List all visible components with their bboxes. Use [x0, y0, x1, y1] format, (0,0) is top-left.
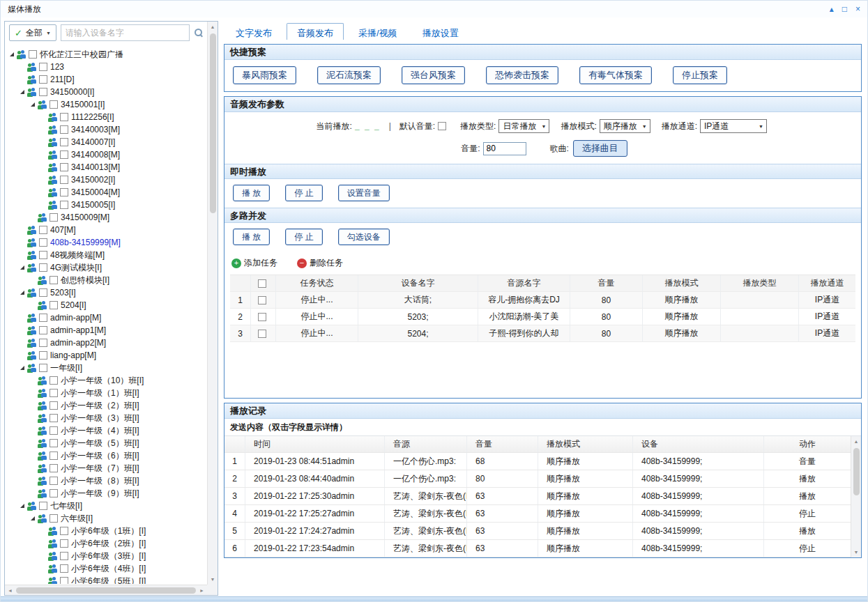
tree-checkbox[interactable]	[50, 213, 58, 222]
tree-checkbox[interactable]	[50, 301, 58, 309]
task-row-checkbox[interactable]	[258, 313, 266, 321]
tab-1[interactable]: 文字发布	[225, 23, 282, 40]
tree-item[interactable]: 4G测试模块[I]	[5, 261, 206, 274]
add-task-link[interactable]: + 添加任务	[231, 257, 277, 269]
tree-checkbox[interactable]	[50, 452, 58, 460]
tree-item[interactable]: 小学一年级（8）班[I]	[5, 474, 206, 487]
tree-checkbox[interactable]	[50, 376, 58, 385]
scrollbar-thumb[interactable]	[16, 587, 196, 594]
tree-item[interactable]: 小学一年级（3）班[I]	[5, 412, 206, 424]
tree-item[interactable]: 小学6年级（5班）[I]	[5, 575, 206, 584]
scroll-up-icon[interactable]: ▲	[851, 436, 861, 447]
tree-checkbox[interactable]	[39, 364, 47, 372]
task-row[interactable]: 1停止中...大话筒;容儿-拥抱你离去DJ80顺序播放IP通道	[230, 292, 855, 309]
select-all-checkbox[interactable]	[258, 279, 266, 288]
tree-checkbox[interactable]	[50, 489, 58, 497]
tree-checkbox[interactable]	[60, 564, 68, 573]
tree-item[interactable]: 七年级[I]	[5, 500, 206, 512]
tree-item[interactable]: admin-app1[M]	[5, 324, 206, 337]
expander-icon[interactable]	[29, 101, 37, 109]
tree-item[interactable]: 407[M]	[5, 224, 206, 236]
sidebar-horizontal-scrollbar[interactable]: ◄ ►	[5, 585, 207, 595]
volume-input[interactable]	[483, 142, 526, 155]
tree-checkbox[interactable]	[60, 188, 68, 196]
multi-stop-button[interactable]: 停 止	[285, 229, 322, 245]
tree-checkbox[interactable]	[50, 514, 58, 523]
tree-item[interactable]: 34150000[I]	[5, 86, 206, 98]
search-icon[interactable]	[194, 28, 204, 38]
play-type-select[interactable]: 日常播放 ▼	[498, 119, 549, 133]
preset-button-4[interactable]: 恐怖袭击预案	[486, 66, 558, 84]
collapse-icon[interactable]: ▴	[830, 5, 834, 13]
tree-checkbox[interactable]	[50, 389, 58, 397]
tree-item[interactable]: 六年级[I]	[5, 512, 206, 525]
expander-icon[interactable]	[19, 289, 26, 297]
tree-item[interactable]: 小学6年级（1班）[I]	[5, 525, 206, 537]
task-row[interactable]: 3停止中...5204;子熙-得到你的人却80顺序播放IP通道	[230, 325, 855, 342]
set-volume-button[interactable]: 设置音量	[338, 185, 390, 201]
tree-checkbox[interactable]	[39, 263, 47, 272]
tree-checkbox[interactable]	[39, 326, 47, 334]
tree-item[interactable]: 小学一年级（6）班[I]	[5, 449, 206, 462]
tree-checkbox[interactable]	[39, 314, 47, 322]
tree-checkbox[interactable]	[39, 351, 47, 360]
tree-item[interactable]: 11122256[I]	[5, 111, 206, 123]
tree-item[interactable]: 123	[5, 61, 206, 73]
tree-item[interactable]: 小学一年级（5）班[I]	[5, 437, 206, 449]
tree-item[interactable]: 小学一年级（2）班[I]	[5, 399, 206, 412]
tree-checkbox[interactable]	[39, 288, 47, 297]
expander-icon[interactable]	[19, 88, 26, 96]
tree-checkbox[interactable]	[39, 339, 47, 347]
record-row[interactable]: 42019-01-22 17:25:27admin艺涛、梁剑东-夜色(D.63顺…	[224, 505, 851, 523]
tree-item[interactable]: 34140003[M]	[5, 123, 206, 136]
tree-item[interactable]: 34140008[M]	[5, 148, 206, 161]
select-devices-button[interactable]: 勾选设备	[338, 229, 390, 245]
tree-checkbox[interactable]	[60, 125, 68, 134]
record-row[interactable]: 32019-01-22 17:25:30admin艺涛、梁剑东-夜色(D.63顺…	[224, 488, 851, 505]
tree-checkbox[interactable]	[50, 477, 58, 485]
tree-checkbox[interactable]	[60, 150, 68, 159]
play-channel-select[interactable]: IP通道 ▼	[700, 119, 767, 133]
expander-icon[interactable]	[29, 515, 37, 523]
expander-icon[interactable]	[19, 502, 26, 510]
scrollbar-thumb[interactable]	[853, 448, 860, 495]
tree-item[interactable]: 34150004[M]	[5, 186, 206, 199]
tree-checkbox[interactable]	[29, 50, 37, 59]
expander-icon[interactable]	[19, 264, 26, 272]
tree-item[interactable]: 怀化芷江三中校园广播	[5, 48, 206, 61]
tree-item[interactable]: 34150009[M]	[5, 211, 206, 224]
tree-item[interactable]: 34140013[M]	[5, 161, 206, 173]
tree-item[interactable]: 408b-34159999[M]	[5, 236, 206, 249]
tree-checkbox[interactable]	[60, 113, 68, 121]
sidebar-vertical-scrollbar[interactable]: ▲ ▼	[207, 22, 218, 585]
tree-item[interactable]: 48视频终端[M]	[5, 249, 206, 261]
default-volume-checkbox[interactable]	[438, 122, 446, 130]
tree-item[interactable]: 5203[I]	[5, 286, 206, 299]
tree-item[interactable]: 34150002[I]	[5, 173, 206, 186]
tree-checkbox[interactable]	[39, 238, 47, 247]
tree-checkbox[interactable]	[60, 201, 68, 209]
delete-task-link[interactable]: − 删除任务	[297, 257, 343, 269]
record-row[interactable]: 22019-01-23 08:44:40admin一亿个伤心.mp3:80顺序播…	[224, 470, 851, 488]
tree-item[interactable]: 一年级[I]	[5, 362, 206, 374]
tree-item[interactable]: 34140007[I]	[5, 136, 206, 148]
tree-item[interactable]: 小学6年级（2班）[I]	[5, 537, 206, 550]
expander-icon[interactable]	[19, 364, 26, 372]
tree-item[interactable]: 小学一年级（4）班[I]	[5, 424, 206, 437]
tree-checkbox[interactable]	[50, 464, 58, 472]
tree-checkbox[interactable]	[60, 527, 68, 535]
tree-item[interactable]: 5204[I]	[5, 299, 206, 311]
record-row[interactable]: 12019-01-23 08:44:51admin一亿个伤心.mp3:68顺序播…	[224, 453, 851, 470]
record-row[interactable]: 62019-01-22 17:23:54admin艺涛、梁剑东-夜色(D.63顺…	[224, 540, 851, 557]
scroll-down-icon[interactable]: ▼	[851, 547, 861, 557]
tree-checkbox[interactable]	[39, 226, 47, 234]
tree-item[interactable]: liang-app[M]	[5, 349, 206, 362]
tree-item[interactable]: 小学一年级（7）班[I]	[5, 462, 206, 474]
tree-checkbox[interactable]	[50, 100, 58, 109]
tree-checkbox[interactable]	[60, 163, 68, 171]
tree-checkbox[interactable]	[39, 251, 47, 259]
scroll-left-icon[interactable]: ◄	[5, 585, 15, 596]
tree-checkbox[interactable]	[39, 75, 47, 84]
record-row[interactable]: 52019-01-22 17:24:27admin艺涛、梁剑东-夜色(D.63顺…	[224, 523, 851, 540]
preset-button-3[interactable]: 强台风预案	[402, 66, 465, 84]
